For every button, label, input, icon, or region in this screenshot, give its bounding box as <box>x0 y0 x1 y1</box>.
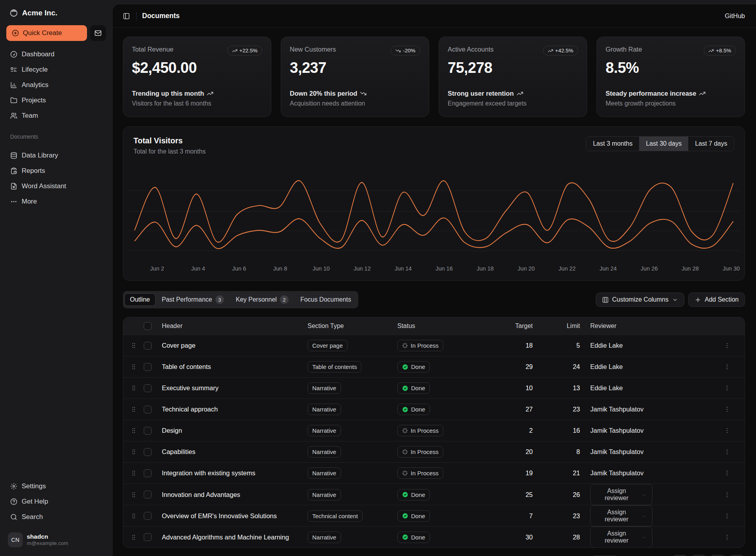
row-header[interactable]: Table of contents <box>162 363 308 371</box>
row-actions-kebab[interactable] <box>720 530 734 544</box>
range-last-7-days[interactable]: Last 7 days <box>688 137 734 151</box>
sidebar-item-search[interactable]: Search <box>6 509 106 524</box>
status-badge: In Process <box>397 467 443 479</box>
row-checkbox[interactable] <box>144 363 152 371</box>
sidebar-item-data-library[interactable]: Data Library <box>6 148 106 163</box>
customize-columns-button[interactable]: Customize Columns <box>596 293 684 307</box>
row-actions-kebab[interactable] <box>720 403 734 416</box>
limit-value[interactable]: 5 <box>543 342 590 349</box>
row-checkbox[interactable] <box>144 448 152 456</box>
row-checkbox[interactable] <box>144 384 152 392</box>
add-section-button[interactable]: Add Section <box>688 293 745 307</box>
target-value[interactable]: 29 <box>497 363 543 371</box>
quick-create-label: Quick Create <box>23 29 62 37</box>
user-card[interactable]: CN shadcn m@example.com <box>6 530 106 550</box>
target-value[interactable]: 19 <box>497 469 543 477</box>
sidebar-item-get-help[interactable]: Get Help <box>6 494 106 509</box>
github-link[interactable]: GitHub <box>725 12 745 20</box>
limit-value[interactable]: 16 <box>543 427 590 434</box>
range-last-30-days[interactable]: Last 30 days <box>639 137 688 151</box>
table-row: Capabilities Narrative In Process 20 8 J… <box>123 441 745 462</box>
assign-reviewer-select[interactable]: Assign reviewer <box>590 484 652 505</box>
quick-create-button[interactable]: Quick Create <box>6 25 87 41</box>
row-checkbox[interactable] <box>144 342 152 350</box>
total-visitors-chart[interactable] <box>123 169 745 260</box>
assign-reviewer-select[interactable]: Assign reviewer <box>590 526 652 548</box>
sidebar-item-word-assistant[interactable]: Word Assistant <box>6 178 106 194</box>
row-header[interactable]: Integration with existing systems <box>162 469 308 477</box>
sidebar-item-dashboard[interactable]: Dashboard <box>6 46 106 62</box>
sidebar-toggle-button[interactable] <box>120 9 133 23</box>
target-value[interactable]: 20 <box>497 448 543 456</box>
sidebar-item-team[interactable]: Team <box>6 108 106 123</box>
sidebar-item-lifecycle[interactable]: Lifecycle <box>6 62 106 77</box>
target-value[interactable]: 18 <box>497 342 543 349</box>
sidebar-item-reports[interactable]: Reports <box>6 163 106 178</box>
row-header[interactable]: Innovation and Advantages <box>162 491 308 499</box>
limit-value[interactable]: 8 <box>543 448 590 456</box>
row-header[interactable]: Cover page <box>162 342 308 349</box>
table-row: Overview of EMR's Innovative Solutions T… <box>123 505 745 526</box>
limit-value[interactable]: 21 <box>543 469 590 477</box>
target-value[interactable]: 25 <box>497 491 543 499</box>
limit-value[interactable]: 13 <box>543 384 590 392</box>
mail-button[interactable] <box>90 25 106 41</box>
tab-key-personnel[interactable]: Key Personnel 2 <box>230 293 294 307</box>
limit-value[interactable]: 26 <box>543 491 590 499</box>
range-last-3-months[interactable]: Last 3 months <box>586 137 639 151</box>
drag-handle[interactable] <box>123 470 144 476</box>
target-value[interactable]: 2 <box>497 427 543 434</box>
limit-value[interactable]: 23 <box>543 512 590 520</box>
row-actions-kebab[interactable] <box>720 382 734 395</box>
drag-handle[interactable] <box>123 513 144 519</box>
tab-past-performance[interactable]: Past Performance 3 <box>156 293 230 307</box>
sidebar-item-settings[interactable]: Settings <box>6 478 106 494</box>
limit-value[interactable]: 23 <box>543 406 590 413</box>
assign-reviewer-select[interactable]: Assign reviewer <box>590 505 652 526</box>
row-header[interactable]: Overview of EMR's Innovative Solutions <box>162 512 308 520</box>
drag-handle[interactable] <box>123 491 144 498</box>
row-actions-kebab[interactable] <box>720 488 734 501</box>
target-value[interactable]: 30 <box>497 534 543 541</box>
sidebar-brand[interactable]: Acme Inc. <box>6 6 106 20</box>
row-header[interactable]: Technical approach <box>162 406 308 413</box>
target-value[interactable]: 10 <box>497 384 543 392</box>
target-value[interactable]: 7 <box>497 512 543 520</box>
limit-value[interactable]: 24 <box>543 363 590 371</box>
x-tick-label: Jun 26 <box>641 265 658 272</box>
row-header[interactable]: Design <box>162 427 308 434</box>
drag-handle[interactable] <box>123 385 144 391</box>
drag-handle[interactable] <box>123 449 144 455</box>
row-header[interactable]: Capabilities <box>162 448 308 456</box>
sidebar-item-analytics[interactable]: Analytics <box>6 77 106 93</box>
row-actions-kebab[interactable] <box>720 424 734 437</box>
row-checkbox[interactable] <box>144 469 152 477</box>
row-checkbox[interactable] <box>144 406 152 413</box>
row-actions-kebab[interactable] <box>720 467 734 480</box>
drag-handle[interactable] <box>123 363 144 370</box>
row-header[interactable]: Executive summary <box>162 384 308 392</box>
sidebar-item-projects[interactable]: Projects <box>6 93 106 108</box>
tab-focus-documents[interactable]: Focus Documents <box>295 293 357 306</box>
row-actions-kebab[interactable] <box>720 509 734 523</box>
target-value[interactable]: 27 <box>497 406 543 413</box>
row-actions-kebab[interactable] <box>720 445 734 459</box>
tab-outline[interactable]: Outline <box>124 293 156 306</box>
row-checkbox[interactable] <box>144 427 152 435</box>
row-actions-kebab[interactable] <box>720 360 734 374</box>
section-type-badge: Narrative <box>308 467 341 479</box>
row-checkbox[interactable] <box>144 491 152 499</box>
row-header[interactable]: Advanced Algorithms and Machine Learning <box>162 534 308 541</box>
select-all-checkbox[interactable] <box>144 322 152 330</box>
row-actions-kebab[interactable] <box>720 339 734 352</box>
sidebar-nav-main: Dashboard Lifecycle Analytics Projects T… <box>6 46 106 123</box>
drag-handle[interactable] <box>123 406 144 413</box>
row-checkbox[interactable] <box>144 533 152 541</box>
chevron-down-icon <box>672 297 678 303</box>
sidebar-item-more[interactable]: More <box>6 194 106 209</box>
limit-value[interactable]: 28 <box>543 534 590 541</box>
row-checkbox[interactable] <box>144 512 152 520</box>
drag-handle[interactable] <box>123 427 144 434</box>
drag-handle[interactable] <box>123 342 144 349</box>
drag-handle[interactable] <box>123 534 144 541</box>
